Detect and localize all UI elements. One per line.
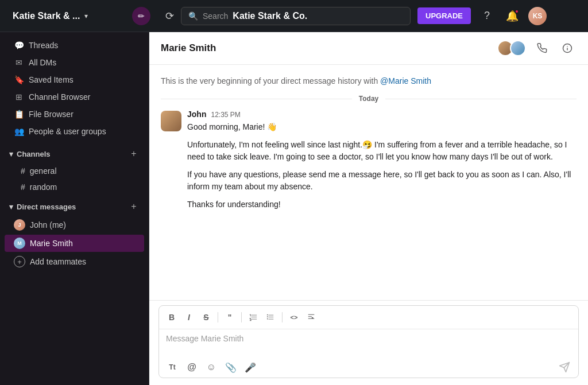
- search-label: Search: [203, 11, 228, 21]
- message-input[interactable]: Message Marie Smith: [159, 329, 578, 355]
- toolbar-separator-1: [218, 312, 218, 322]
- saved-items-icon: 🔖: [14, 75, 24, 84]
- strikethrough-button[interactable]: S: [198, 309, 214, 325]
- add-teammates-item[interactable]: + Add teammates: [5, 253, 144, 270]
- avatar-group: [497, 40, 526, 56]
- voice-button[interactable]: 🎤: [242, 359, 259, 376]
- edit-button[interactable]: ✏: [132, 7, 150, 25]
- notifications-button[interactable]: 🔔: [503, 7, 521, 25]
- help-button[interactable]: ?: [478, 7, 496, 25]
- code-button[interactable]: <>: [286, 309, 302, 325]
- marie-header-avatar: [510, 40, 526, 56]
- channels-section-title: ▾ Channels: [9, 150, 51, 158]
- sidebar-item-people-groups[interactable]: 👥 People & user groups: [5, 123, 144, 139]
- dm-name: John (me): [30, 220, 66, 230]
- info-button[interactable]: [558, 39, 577, 57]
- file-browser-icon: 📋: [14, 110, 24, 119]
- text-format-button[interactable]: Tt: [164, 359, 181, 376]
- toolbar-separator-3: [282, 312, 283, 322]
- date-divider: Today: [161, 95, 577, 103]
- message-paragraph-greeting: Good morning, Marie! 👋: [187, 121, 577, 133]
- sidebar-item-random[interactable]: # random: [5, 180, 144, 195]
- chat-panel: Marie Smith This is the very beginning o…: [149, 32, 588, 385]
- search-bar[interactable]: 🔍 Search Katie Stark & Co.: [181, 7, 411, 25]
- sidebar-item-channel-browser[interactable]: ⊞ Channel Browser: [5, 89, 144, 105]
- date-label: Today: [352, 95, 385, 103]
- message-timestamp: 12:35 PM: [211, 111, 240, 119]
- all-dms-icon: ✉: [14, 58, 24, 67]
- message-author-avatar: [161, 111, 181, 131]
- add-circle-icon: +: [14, 256, 25, 267]
- message-author-name: John: [187, 110, 206, 119]
- message-text: Good morning, Marie! 👋 Unfortunately, I'…: [187, 121, 577, 211]
- unordered-list-button[interactable]: [262, 309, 278, 325]
- user-avatar[interactable]: KS: [528, 7, 547, 25]
- send-button[interactable]: [555, 358, 574, 376]
- sidebar-item-label: All DMs: [29, 58, 56, 67]
- sidebar-item-label: Saved Items: [29, 75, 74, 84]
- add-channel-button[interactable]: +: [128, 148, 140, 160]
- composer-bottom-tools: Tt @ ☺ 📎 🎤: [164, 359, 259, 376]
- channel-name: random: [30, 182, 57, 192]
- mention-button[interactable]: @: [183, 359, 200, 376]
- message-paragraph-1: Unfortunately, I'm not feeling well sinc…: [187, 139, 577, 163]
- mention-link[interactable]: @Marie Smith: [380, 76, 431, 85]
- chevron-dm-icon: ▾: [9, 203, 13, 211]
- dm-intro-text: This is the very beginning of your direc…: [161, 76, 577, 85]
- ordered-list-button[interactable]: [245, 309, 261, 325]
- italic-button[interactable]: I: [181, 309, 197, 325]
- attach-button[interactable]: 📎: [222, 359, 239, 376]
- sidebar-item-john-me[interactable]: J John (me): [5, 216, 144, 234]
- search-workspace: Katie Stark & Co.: [233, 11, 307, 21]
- add-dm-button[interactable]: +: [128, 201, 140, 212]
- sidebar: 💬 Threads ✉ All DMs 🔖 Saved Items ⊞ Chan…: [0, 32, 149, 385]
- john-avatar: J: [14, 219, 25, 231]
- sidebar-item-marie-smith[interactable]: M Marie Smith: [5, 235, 144, 252]
- sidebar-item-saved-items[interactable]: 🔖 Saved Items: [5, 72, 144, 88]
- upgrade-button[interactable]: UPGRADE: [417, 7, 471, 24]
- people-groups-icon: 👥: [14, 127, 24, 136]
- main-layout: 💬 Threads ✉ All DMs 🔖 Saved Items ⊞ Chan…: [0, 32, 588, 385]
- dm-section-header[interactable]: ▾ Direct messages +: [0, 197, 149, 216]
- sidebar-item-label: Channel Browser: [29, 92, 90, 102]
- phone-button[interactable]: [533, 39, 551, 57]
- marie-avatar: M: [14, 238, 25, 249]
- chevron-channels-icon: ▾: [9, 150, 13, 158]
- channel-browser-icon: ⊞: [14, 92, 24, 102]
- emoji-button[interactable]: ☺: [203, 359, 220, 376]
- dm-name: Marie Smith: [30, 239, 73, 248]
- message-paragraph-3: Thanks for understanding!: [187, 199, 577, 211]
- message-item: John 12:35 PM Good morning, Marie! 👋 Unf…: [161, 110, 577, 211]
- blockquote-button[interactable]: ": [222, 309, 238, 325]
- threads-icon: 💬: [14, 41, 24, 50]
- chat-header-actions: [497, 39, 577, 57]
- composer-bottom-bar: Tt @ ☺ 📎 🎤: [159, 355, 578, 378]
- sidebar-item-label: People & user groups: [29, 127, 106, 136]
- chat-recipient-name: Marie Smith: [161, 42, 216, 54]
- history-button[interactable]: ⟳: [165, 10, 174, 22]
- indent-button[interactable]: [303, 309, 319, 325]
- sidebar-item-all-dms[interactable]: ✉ All DMs: [5, 55, 144, 71]
- dm-intro-label: This is the very beginning of your direc…: [161, 76, 378, 85]
- notification-dot: [514, 9, 519, 14]
- channels-label: Channels: [17, 150, 51, 158]
- sidebar-item-general[interactable]: # general: [5, 164, 144, 178]
- add-teammates-label: Add teammates: [30, 257, 86, 266]
- topbar: Katie Stark & ... ▾ ✏ ⟳ 🔍 Search Katie S…: [0, 0, 588, 32]
- message-body: John 12:35 PM Good morning, Marie! 👋 Unf…: [187, 110, 577, 211]
- workspace-name: Katie Stark & ...: [13, 11, 80, 21]
- channels-section-header[interactable]: ▾ Channels +: [0, 145, 149, 163]
- bold-button[interactable]: B: [164, 309, 180, 325]
- dm-section-label: Direct messages: [17, 203, 76, 211]
- sidebar-item-label: File Browser: [29, 110, 74, 119]
- topbar-main: ⟳ 🔍 Search Katie Stark & Co. UPGRADE ? 🔔…: [156, 7, 581, 25]
- dm-section-title: ▾ Direct messages: [9, 203, 76, 211]
- sidebar-item-threads[interactable]: 💬 Threads: [5, 37, 144, 53]
- sidebar-item-file-browser[interactable]: 📋 File Browser: [5, 106, 144, 122]
- toolbar-separator-2: [241, 312, 242, 322]
- hash-icon: #: [21, 166, 25, 176]
- composer-toolbar: B I S " <>: [159, 306, 578, 329]
- chat-messages: This is the very beginning of your direc…: [149, 65, 588, 300]
- chevron-down-icon[interactable]: ▾: [84, 12, 88, 20]
- chat-header: Marie Smith: [149, 32, 588, 65]
